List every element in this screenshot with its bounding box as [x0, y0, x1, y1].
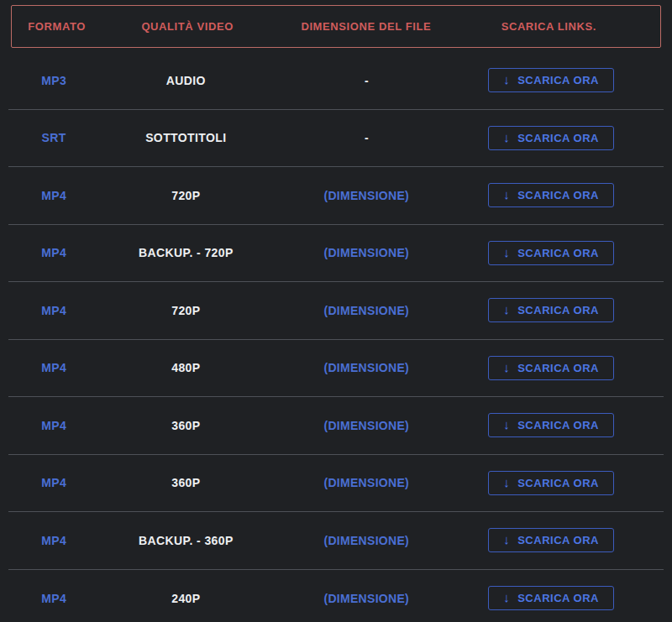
- action-cell: ↓ SCARICA ORA: [460, 183, 664, 207]
- file-size-label: (DIMENSIONE): [323, 189, 409, 202]
- quality-label: BACKUP. - 720P: [139, 246, 234, 259]
- download-arrow-icon: ↓: [503, 246, 510, 259]
- quality-cell: 360P: [99, 475, 272, 490]
- file-size-cell: (DIMENSIONE): [272, 360, 460, 375]
- table-row: MP4 BACKUP. - 360P (DIMENSIONE) ↓ SCARIC…: [8, 512, 664, 570]
- quality-label: 720P: [171, 189, 200, 202]
- format-cell: MP3: [8, 73, 99, 88]
- format-cell: MP4: [8, 418, 99, 433]
- quality-label: 360P: [171, 419, 200, 432]
- table-row: MP4 720P (DIMENSIONE) ↓ SCARICA ORA: [8, 167, 664, 225]
- quality-label: AUDIO: [166, 74, 206, 87]
- download-arrow-icon: ↓: [503, 418, 510, 431]
- download-button-label: SCARICA ORA: [517, 534, 599, 546]
- table-row: MP4 BACKUP. - 720P (DIMENSIONE) ↓ SCARIC…: [8, 225, 664, 283]
- table-row: SRT SOTTOTITOLI - ↓ SCARICA ORA: [8, 110, 664, 168]
- file-size-label: (DIMENSIONE): [323, 246, 409, 259]
- format-link[interactable]: MP4: [41, 592, 66, 605]
- download-button-label: SCARICA ORA: [517, 592, 599, 604]
- download-button-label: SCARICA ORA: [517, 362, 599, 374]
- download-button-label: SCARICA ORA: [517, 477, 599, 489]
- format-link[interactable]: MP4: [41, 476, 66, 489]
- format-cell: MP4: [8, 360, 99, 375]
- file-size-cell: (DIMENSIONE): [272, 591, 460, 606]
- format-link[interactable]: MP4: [41, 361, 66, 374]
- table-row: MP4 360P (DIMENSIONE) ↓ SCARICA ORA: [8, 455, 664, 513]
- header-dimensione-file: DIMENSIONE DEL FILE: [273, 20, 459, 33]
- download-arrow-icon: ↓: [503, 131, 510, 144]
- quality-cell: 720P: [99, 303, 272, 318]
- download-button-label: SCARICA ORA: [517, 247, 599, 259]
- download-button-label: SCARICA ORA: [517, 304, 599, 316]
- download-button-label: SCARICA ORA: [517, 189, 599, 201]
- file-size-label: (DIMENSIONE): [323, 592, 409, 605]
- download-button[interactable]: ↓ SCARICA ORA: [488, 241, 614, 265]
- format-link[interactable]: MP3: [41, 74, 66, 87]
- table-body: MP3 AUDIO - ↓ SCARICA ORA SRT SOTTOTITOL…: [8, 52, 664, 622]
- header-scarica-links: SCARICA LINKS.: [459, 20, 660, 33]
- quality-cell: 720P: [99, 188, 272, 203]
- format-link[interactable]: MP4: [41, 419, 66, 432]
- action-cell: ↓ SCARICA ORA: [460, 68, 664, 92]
- action-cell: ↓ SCARICA ORA: [460, 528, 664, 552]
- download-button-label: SCARICA ORA: [517, 132, 599, 144]
- table-row: MP4 480P (DIMENSIONE) ↓ SCARICA ORA: [8, 340, 664, 398]
- download-button[interactable]: ↓ SCARICA ORA: [488, 68, 614, 92]
- download-button[interactable]: ↓ SCARICA ORA: [488, 413, 614, 437]
- file-size-cell: -: [272, 130, 460, 145]
- action-cell: ↓ SCARICA ORA: [460, 126, 664, 150]
- file-size-label: (DIMENSIONE): [323, 419, 409, 432]
- quality-label: 240P: [171, 592, 200, 605]
- download-button[interactable]: ↓ SCARICA ORA: [488, 471, 614, 495]
- download-arrow-icon: ↓: [503, 476, 510, 489]
- file-size-label: (DIMENSIONE): [323, 534, 409, 547]
- download-button[interactable]: ↓ SCARICA ORA: [488, 586, 614, 610]
- download-table: FORMATO QUALITÀ VIDEO DIMENSIONE DEL FIL…: [0, 0, 672, 622]
- format-link[interactable]: SRT: [42, 131, 66, 144]
- quality-cell: BACKUP. - 720P: [99, 245, 272, 260]
- file-size-cell: (DIMENSIONE): [272, 475, 460, 490]
- file-size-label: -: [365, 74, 369, 87]
- format-cell: MP4: [8, 188, 99, 203]
- file-size-label: (DIMENSIONE): [323, 361, 409, 374]
- format-link[interactable]: MP4: [41, 189, 66, 202]
- quality-label: SOTTOTITOLI: [145, 131, 226, 144]
- file-size-label: (DIMENSIONE): [323, 476, 409, 489]
- action-cell: ↓ SCARICA ORA: [460, 298, 664, 322]
- download-arrow-icon: ↓: [503, 73, 510, 86]
- file-size-label: -: [365, 131, 369, 144]
- quality-label: BACKUP. - 360P: [139, 534, 234, 547]
- download-button[interactable]: ↓ SCARICA ORA: [488, 183, 614, 207]
- format-link[interactable]: MP4: [41, 304, 66, 317]
- table-row: MP3 AUDIO - ↓ SCARICA ORA: [8, 52, 664, 110]
- action-cell: ↓ SCARICA ORA: [460, 241, 664, 265]
- download-arrow-icon: ↓: [503, 533, 510, 546]
- format-link[interactable]: MP4: [41, 534, 66, 547]
- format-cell: MP4: [8, 475, 99, 490]
- table-row: MP4 360P (DIMENSIONE) ↓ SCARICA ORA: [8, 397, 664, 455]
- quality-cell: AUDIO: [99, 73, 272, 88]
- table-header-row: FORMATO QUALITÀ VIDEO DIMENSIONE DEL FIL…: [11, 5, 661, 48]
- download-button-label: SCARICA ORA: [517, 419, 599, 431]
- file-size-cell: (DIMENSIONE): [272, 188, 460, 203]
- header-formato: FORMATO: [12, 20, 102, 33]
- action-cell: ↓ SCARICA ORA: [460, 586, 664, 610]
- action-cell: ↓ SCARICA ORA: [460, 471, 664, 495]
- quality-cell: 480P: [99, 360, 272, 375]
- file-size-label: (DIMENSIONE): [323, 304, 409, 317]
- file-size-cell: (DIMENSIONE): [272, 245, 460, 260]
- table-row: MP4 240P (DIMENSIONE) ↓ SCARICA ORA: [8, 570, 664, 622]
- table-row: MP4 720P (DIMENSIONE) ↓ SCARICA ORA: [8, 282, 664, 340]
- download-button-label: SCARICA ORA: [517, 74, 599, 86]
- download-button[interactable]: ↓ SCARICA ORA: [488, 528, 614, 552]
- download-button[interactable]: ↓ SCARICA ORA: [488, 356, 614, 380]
- download-button[interactable]: ↓ SCARICA ORA: [488, 298, 614, 322]
- action-cell: ↓ SCARICA ORA: [460, 356, 664, 380]
- download-button[interactable]: ↓ SCARICA ORA: [488, 126, 614, 150]
- file-size-cell: (DIMENSIONE): [272, 533, 460, 548]
- format-link[interactable]: MP4: [41, 246, 66, 259]
- quality-label: 360P: [171, 476, 200, 489]
- quality-cell: BACKUP. - 360P: [99, 533, 272, 548]
- quality-label: 480P: [171, 361, 200, 374]
- format-cell: MP4: [8, 303, 99, 318]
